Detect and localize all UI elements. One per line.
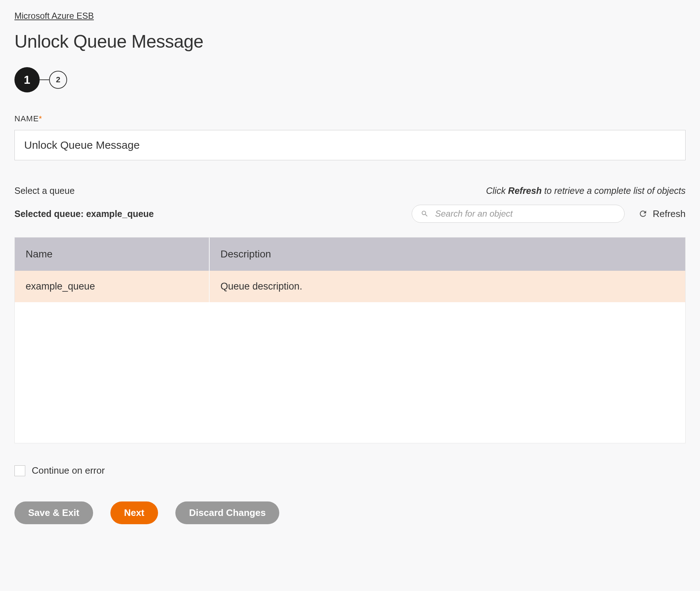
- queue-table: Name Description example_queue Queue des…: [14, 237, 686, 443]
- step-1[interactable]: 1: [14, 67, 40, 92]
- search-icon: [421, 210, 429, 218]
- search-input[interactable]: [435, 209, 616, 219]
- hint-suffix: to retrieve a complete list of objects: [542, 186, 686, 196]
- selected-queue-prefix: Selected queue:: [14, 209, 86, 219]
- selected-queue-label: Selected queue: example_queue: [14, 209, 154, 219]
- continue-on-error-checkbox[interactable]: [14, 465, 25, 476]
- name-field-label: NAME*: [14, 114, 686, 123]
- selected-queue-value: example_queue: [86, 209, 154, 219]
- table-empty-space: [15, 302, 685, 443]
- th-description[interactable]: Description: [210, 238, 685, 271]
- table-header: Name Description: [15, 238, 685, 271]
- name-label-text: NAME: [14, 114, 39, 123]
- hint-prefix: Click: [486, 186, 508, 196]
- search-box[interactable]: [412, 205, 625, 223]
- stepper: 1 2: [14, 67, 686, 92]
- discard-button[interactable]: Discard Changes: [175, 501, 279, 524]
- breadcrumb[interactable]: Microsoft Azure ESB: [14, 11, 94, 21]
- table-row[interactable]: example_queue Queue description.: [15, 271, 685, 302]
- td-name: example_queue: [15, 271, 210, 302]
- continue-on-error-label: Continue on error: [32, 465, 105, 476]
- hint-strong: Refresh: [508, 186, 542, 196]
- refresh-icon: [638, 209, 648, 218]
- refresh-button-label: Refresh: [653, 208, 686, 220]
- next-button[interactable]: Next: [110, 501, 158, 524]
- button-row: Save & Exit Next Discard Changes: [14, 501, 686, 524]
- continue-on-error[interactable]: Continue on error: [14, 465, 105, 476]
- refresh-button[interactable]: Refresh: [638, 208, 686, 220]
- td-description: Queue description.: [210, 271, 685, 302]
- step-connector: [40, 79, 49, 80]
- name-input[interactable]: [14, 130, 686, 160]
- select-queue-label: Select a queue: [14, 186, 75, 196]
- save-exit-button[interactable]: Save & Exit: [14, 501, 93, 524]
- required-asterisk: *: [39, 114, 43, 123]
- page-title: Unlock Queue Message: [14, 31, 686, 52]
- step-2[interactable]: 2: [49, 71, 67, 89]
- refresh-hint: Click Refresh to retrieve a complete lis…: [486, 186, 686, 196]
- th-name[interactable]: Name: [15, 238, 210, 271]
